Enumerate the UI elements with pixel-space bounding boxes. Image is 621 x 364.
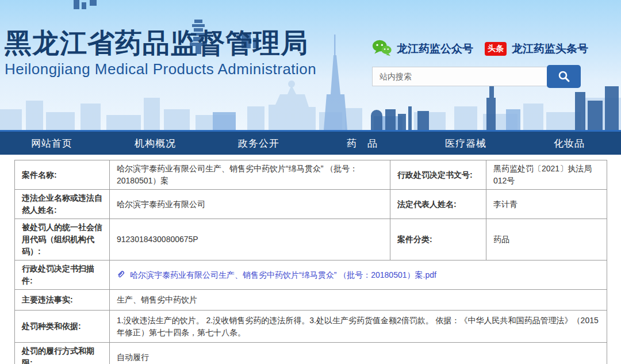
field-label: 行政处罚决定书扫描件:	[15, 260, 110, 290]
search-input[interactable]	[372, 67, 549, 86]
field-value: 哈尔滨宇泰药业有限公司	[110, 190, 390, 219]
field-label: 被处罚人的统一社会信用代码（组织机构代码）:	[15, 219, 110, 260]
field-label: 法定代表人姓名:	[390, 190, 486, 219]
table-row: 处罚的履行方式和期限: 自动履行	[15, 343, 607, 364]
field-label: 主要违法事实:	[15, 290, 110, 311]
field-value: 91230184300800675P	[110, 219, 390, 260]
field-value: 哈尔滨宇泰药业有限公司生产、销售劣中药饮片“绵马贯众” （批号：20180501…	[110, 160, 390, 190]
field-value: 生产、销售劣中药饮片	[110, 290, 607, 311]
nav-item-about[interactable]: 机构概况	[103, 132, 207, 155]
search-button[interactable]	[547, 65, 581, 88]
nav-item-home[interactable]: 网站首页	[0, 132, 103, 155]
table-row: 被处罚人的统一社会信用代码（组织机构代码）: 91230184300800675…	[15, 219, 607, 260]
main-content: 案件名称: 哈尔滨宇泰药业有限公司生产、销售劣中药饮片“绵马贯众” （批号：20…	[0, 155, 621, 364]
field-label: 案件分类:	[390, 219, 486, 260]
paperclip-icon	[117, 270, 125, 282]
nav-item-devices[interactable]: 医疗器械	[414, 132, 518, 155]
search-icon	[557, 70, 571, 83]
field-value: 自动履行	[110, 343, 607, 364]
site-brand: 黑龙江省药品监督管理局 Heilongjiang Medical Product…	[5, 28, 316, 78]
wechat-icon	[372, 39, 392, 59]
field-value: 李计青	[486, 190, 607, 219]
header-right: 龙江药监公众号 头条 龙江药监头条号	[372, 39, 588, 88]
table-row: 案件名称: 哈尔滨宇泰药业有限公司生产、销售劣中药饮片“绵马贯众” （批号：20…	[15, 160, 607, 190]
pdf-link-text: 哈尔滨宇泰药业有限公司生产、销售劣中药饮片“绵马贯众” （批号：20180501…	[130, 269, 436, 281]
nav-item-cosmetics[interactable]: 化妆品	[518, 132, 621, 155]
table-row: 处罚种类和依据: 1.没收违法生产的饮片。 2.没收销售劣药的违法所得。3.处以…	[15, 311, 607, 343]
table-row: 违法企业名称或违法自然人姓名: 哈尔滨宇泰药业有限公司 法定代表人姓名: 李计青	[15, 190, 607, 219]
field-value: 1.没收违法生产的饮片。 2.没收销售劣药的违法所得。3.处以生产劣药货值金额2…	[110, 311, 607, 343]
field-label: 行政处罚决定书文号:	[390, 160, 486, 190]
field-label: 违法企业名称或违法自然人姓名:	[15, 190, 110, 219]
site-header: 黑龙江省药品监督管理局 Heilongjiang Medical Product…	[0, 0, 621, 130]
site-title: 黑龙江省药品监督管理局	[5, 28, 316, 59]
field-label: 处罚种类和依据:	[15, 311, 110, 343]
penalty-case-table: 案件名称: 哈尔滨宇泰药业有限公司生产、销售劣中药饮片“绵马贯众” （批号：20…	[14, 160, 607, 364]
penalty-decision-pdf-link[interactable]: 哈尔滨宇泰药业有限公司生产、销售劣中药饮片“绵马贯众” （批号：20180501…	[117, 269, 436, 281]
site-subtitle: Heilongjiang Medical Products Administra…	[5, 60, 316, 78]
wechat-account-link[interactable]: 龙江药监公众号	[397, 41, 473, 56]
nav-item-drugs[interactable]: 药 品	[310, 132, 414, 155]
field-value: 黑药监处罚〔2021〕执法局012号	[486, 160, 607, 190]
field-label: 案件名称:	[15, 160, 110, 190]
toutiao-icon: 头条	[485, 42, 507, 56]
field-value: 药品	[486, 219, 607, 260]
nav-item-gov-info[interactable]: 政务公开	[207, 132, 310, 155]
field-label: 处罚的履行方式和期限:	[15, 343, 110, 364]
toutiao-account-link[interactable]: 龙江药监头条号	[512, 41, 588, 56]
page: { "header": { "title": "黑龙江省药品监督管理局", "s…	[0, 0, 621, 364]
table-row: 行政处罚决定书扫描件: 哈尔滨宇泰药业有限公司生产、销售劣中药饮片“绵马贯众” …	[15, 260, 607, 290]
social-links: 龙江药监公众号 头条 龙江药监头条号	[372, 39, 588, 59]
main-navigation: 网站首页 机构概况 政务公开 药 品 医疗器械 化妆品	[0, 130, 621, 155]
field-value: 哈尔滨宇泰药业有限公司生产、销售劣中药饮片“绵马贯众” （批号：20180501…	[110, 260, 607, 290]
site-search	[372, 65, 588, 88]
table-row: 主要违法事实: 生产、销售劣中药饮片	[15, 290, 607, 311]
